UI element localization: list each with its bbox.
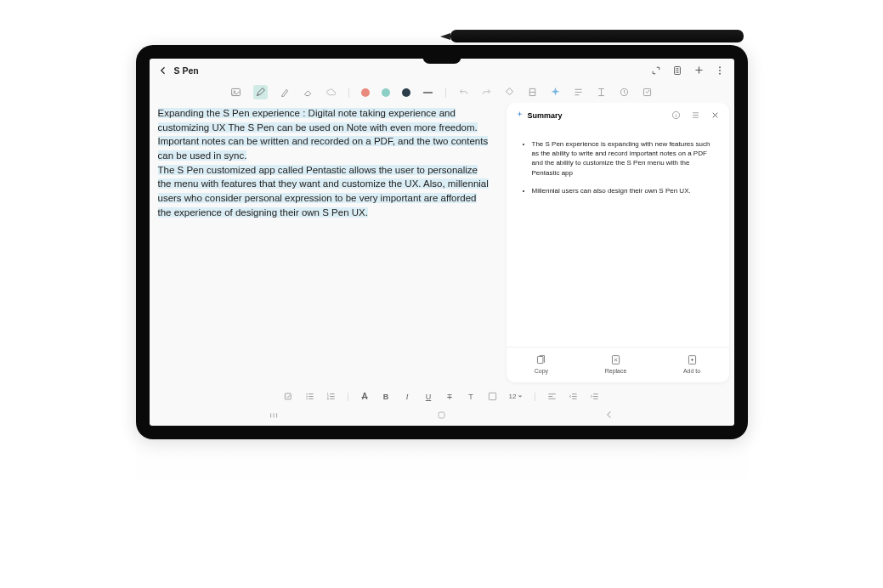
- content-area: Expanding the S Pen experience : Digital…: [150, 103, 734, 387]
- note-editor[interactable]: Expanding the S Pen experience : Digital…: [150, 103, 507, 387]
- svg-text:3: 3: [326, 398, 328, 401]
- home-nav-icon[interactable]: [436, 409, 448, 421]
- summary-actions: Copy Replace Add to: [507, 347, 729, 382]
- svg-rect-18: [308, 396, 314, 397]
- svg-rect-10: [538, 356, 544, 363]
- recents-nav-icon[interactable]: [269, 409, 280, 421]
- svg-rect-27: [439, 412, 444, 418]
- navigation-bar: [150, 405, 734, 426]
- text-format-toolbar: 123 A B I U T T 12: [150, 387, 734, 405]
- tool-e-icon[interactable]: [619, 87, 630, 98]
- indent-icon[interactable]: [590, 392, 599, 401]
- redo-icon[interactable]: [481, 87, 492, 98]
- svg-rect-19: [308, 399, 314, 399]
- outdent-icon[interactable]: [569, 392, 578, 401]
- svg-point-3: [719, 72, 721, 74]
- note-text: users who consider personal expression t…: [158, 193, 477, 203]
- expand-icon[interactable]: [651, 65, 662, 76]
- underline-icon[interactable]: U: [424, 392, 433, 401]
- back-icon[interactable]: [158, 65, 169, 76]
- svg-rect-8: [643, 88, 650, 95]
- summary-panel: Summary: [507, 103, 729, 382]
- copy-label: Copy: [535, 368, 548, 374]
- copy-button[interactable]: Copy: [535, 354, 548, 374]
- back-nav-icon[interactable]: [603, 409, 615, 421]
- note-text: can be used in sync.: [158, 150, 247, 161]
- tool-d-icon[interactable]: [596, 87, 607, 98]
- bold-icon[interactable]: B: [382, 392, 391, 401]
- sparkle-icon: [515, 110, 524, 120]
- summary-body: The S Pen experience is expanding with n…: [507, 127, 729, 347]
- summary-header: Summary: [507, 103, 729, 127]
- page-title: S Pen: [174, 65, 199, 76]
- strike-icon[interactable]: T: [445, 392, 455, 401]
- stroke-icon[interactable]: [422, 87, 433, 98]
- checkbox-icon[interactable]: [284, 392, 293, 401]
- note-text: The S Pen customized app called Pentasti…: [158, 165, 478, 175]
- device-reflection: [136, 441, 748, 492]
- color-teal[interactable]: [382, 88, 390, 97]
- note-text: the experience of designing their own S …: [158, 207, 368, 218]
- eraser-tool-icon[interactable]: [303, 87, 314, 98]
- info-icon[interactable]: [671, 110, 682, 121]
- ai-tool-icon[interactable]: [550, 87, 561, 98]
- note-text: Important notes can be written and recor…: [158, 136, 489, 146]
- list-settings-icon[interactable]: [690, 110, 701, 121]
- toolbar-divider: [535, 393, 535, 401]
- add-icon[interactable]: [693, 65, 705, 76]
- tablet-device: S Pen: [136, 45, 748, 439]
- replace-button[interactable]: Replace: [605, 354, 627, 374]
- svg-point-16: [306, 399, 307, 399]
- strikethrough-icon[interactable]: A: [360, 392, 370, 401]
- tablet-screen: S Pen: [150, 59, 734, 426]
- tool-a-icon[interactable]: [504, 87, 515, 98]
- svg-rect-24: [330, 396, 335, 397]
- svg-point-14: [306, 393, 307, 394]
- color-coral[interactable]: [361, 88, 370, 97]
- svg-point-1: [719, 66, 721, 68]
- tool-b-icon[interactable]: [527, 87, 538, 98]
- number-list-icon[interactable]: 123: [326, 392, 336, 401]
- align-left-icon[interactable]: [547, 392, 557, 401]
- notch: [422, 59, 461, 64]
- italic-icon[interactable]: I: [403, 392, 412, 401]
- note-text: customizing UX The S Pen can be used on …: [158, 122, 478, 133]
- toolbar-divider: [348, 393, 348, 401]
- color-dark[interactable]: [402, 88, 410, 97]
- svg-rect-26: [489, 393, 495, 399]
- highlighter-tool-icon[interactable]: [280, 87, 291, 98]
- drawing-toolbar: [150, 82, 734, 103]
- toolbar-divider: [445, 88, 446, 98]
- summary-bullet: The S Pen experience is expanding with n…: [532, 139, 714, 178]
- tool-c-icon[interactable]: [573, 87, 584, 98]
- svg-rect-13: [285, 393, 291, 399]
- addto-label: Add to: [683, 368, 700, 374]
- bgcolor-icon[interactable]: [488, 392, 497, 401]
- svg-rect-6: [423, 92, 433, 93]
- cloud-tool-icon[interactable]: [325, 87, 337, 98]
- textcolor-icon[interactable]: T: [467, 392, 476, 401]
- svg-point-15: [306, 396, 307, 397]
- note-text: the menu with features that they want an…: [158, 178, 489, 189]
- tool-f-icon[interactable]: [642, 87, 653, 98]
- svg-point-5: [234, 91, 235, 93]
- close-icon[interactable]: [710, 110, 721, 121]
- toolbar-divider: [348, 88, 349, 98]
- note-text: Expanding the S Pen experience : Digital…: [158, 108, 456, 118]
- addto-button[interactable]: Add to: [683, 354, 700, 374]
- svg-rect-23: [330, 393, 335, 394]
- summary-title: Summary: [528, 111, 563, 120]
- pen-tool-icon[interactable]: [253, 85, 268, 99]
- page-icon[interactable]: [672, 65, 683, 76]
- replace-label: Replace: [605, 368, 627, 374]
- image-tool-icon[interactable]: [230, 87, 241, 98]
- bullet-list-icon[interactable]: [305, 392, 314, 401]
- undo-icon[interactable]: [458, 87, 469, 98]
- svg-rect-25: [330, 399, 335, 399]
- font-size-selector[interactable]: 12: [509, 393, 524, 400]
- svg-point-2: [719, 70, 721, 71]
- svg-rect-17: [308, 393, 314, 394]
- more-icon[interactable]: [715, 65, 726, 76]
- stylus: [450, 30, 744, 45]
- summary-bullet: Millennial users can also design their o…: [532, 186, 714, 195]
